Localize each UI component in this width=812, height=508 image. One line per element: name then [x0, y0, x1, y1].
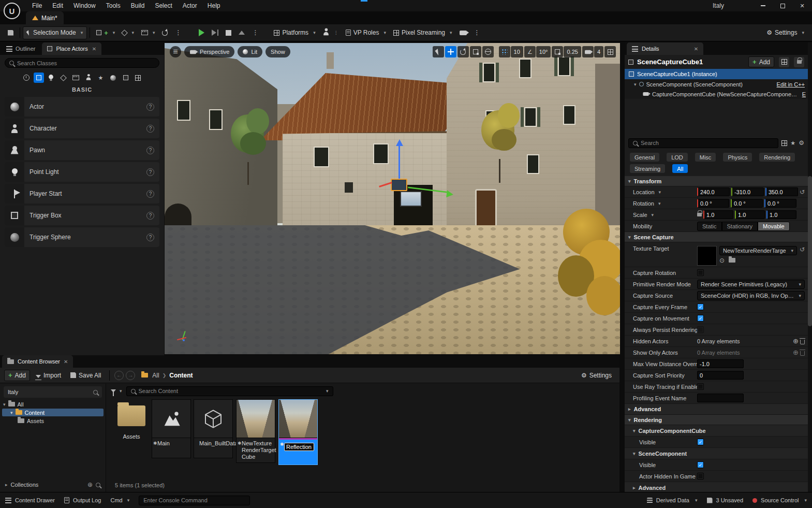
blueprints-button[interactable]: ▾ [119, 26, 138, 39]
filter-chip-physics[interactable]: Physics [723, 153, 752, 162]
scale-snap-toggle[interactable] [552, 46, 563, 57]
rename-asset-field[interactable] [284, 443, 314, 451]
viewport[interactable]: ≡ Perspective Lit Show 10 ∠ 10° 0.25 4 [165, 43, 620, 354]
menu-window[interactable]: Window [68, 0, 101, 11]
forward-button[interactable]: → [126, 371, 135, 380]
rotation-label[interactable]: Rotation▾ [625, 200, 697, 207]
rotation-snap-value[interactable]: 10° [536, 46, 551, 57]
menu-actor[interactable]: Actor [178, 0, 202, 11]
unreal-logo[interactable]: U [4, 3, 20, 19]
texture-target-dropdown[interactable]: NewTextureRenderTarge▾ [719, 246, 797, 255]
place-actor-item-player-start[interactable]: Player Start ? [5, 184, 159, 204]
add-actor-button[interactable]: +▾ [93, 26, 119, 39]
section-transform[interactable]: ▾Transform [625, 176, 808, 186]
move-tool[interactable] [445, 46, 456, 57]
selected-actor[interactable] [391, 179, 407, 191]
place-actor-item-character[interactable]: Character ? [5, 119, 159, 138]
scale-x-field[interactable]: 1.0 [703, 210, 733, 219]
primitive-render-mode-dropdown[interactable]: Render Scene Primitives (Legacy)▾ [697, 280, 805, 289]
place-actor-item-trigger-box[interactable]: Trigger Box ? [5, 206, 159, 225]
asset-tile-main[interactable]: ✱Main [152, 399, 191, 458]
add-component-button[interactable]: +Add [748, 56, 774, 67]
mobility-stationary[interactable]: Stationary [722, 222, 758, 231]
stop-button[interactable] [222, 26, 235, 39]
add-element-icon[interactable]: ⊕ [793, 337, 799, 345]
menu-file[interactable]: File [27, 0, 47, 11]
asset-tile-rendertarget[interactable]: ✱NewTexture RenderTarget Cube [236, 399, 275, 463]
content-drawer-button[interactable]: Content Drawer [5, 497, 55, 503]
platforms-button[interactable]: Platforms▾ [270, 26, 319, 39]
visible-checkbox[interactable]: ✓ [697, 439, 704, 445]
favorites-icon[interactable]: ★ [790, 140, 795, 147]
lit-dropdown[interactable]: Lit [238, 46, 262, 57]
section-rendering[interactable]: ▾Rendering [625, 415, 808, 425]
filter-button[interactable]: ▾ [111, 388, 122, 394]
filter-chip-rendering[interactable]: Rendering [759, 153, 795, 162]
location-z-field[interactable]: 350.0 [765, 187, 798, 196]
back-button[interactable]: ← [114, 371, 124, 380]
chevron-down-icon[interactable]: ▾ [326, 388, 329, 394]
menu-edit[interactable]: Edit [47, 0, 68, 11]
reset-icon[interactable]: ↺ [800, 188, 805, 196]
expander-icon[interactable]: ▾ [10, 410, 13, 415]
expander-icon[interactable]: ▸ [5, 482, 8, 487]
rotation-x-field[interactable]: 0.0 ° [697, 199, 729, 208]
add-element-icon[interactable]: ⊕ [793, 349, 799, 356]
tab-details[interactable]: Details ✕ [627, 42, 703, 55]
gizmo-z-axis[interactable] [398, 146, 400, 179]
breadcrumb-content[interactable]: Content [169, 372, 193, 379]
grid-snap-value[interactable]: 10 [511, 46, 523, 57]
world-local-toggle[interactable] [482, 46, 494, 57]
play-button[interactable] [195, 26, 208, 39]
place-actor-item-actor[interactable]: Actor ? [5, 97, 159, 117]
eject-button[interactable] [235, 26, 248, 39]
minimize-button[interactable] [753, 0, 773, 11]
console-command-field[interactable] [143, 497, 245, 503]
breadcrumb-all[interactable]: All [152, 372, 159, 379]
category-shapes-icon[interactable] [58, 72, 69, 83]
actor-hidden-checkbox[interactable] [697, 473, 704, 480]
reset-icon[interactable]: ↺ [800, 246, 805, 253]
place-actor-item-pawn[interactable]: Pawn ? [5, 140, 159, 160]
menu-tools[interactable]: Tools [101, 0, 126, 11]
cinematics-button[interactable]: ▾ [138, 26, 159, 39]
edit-in-cpp-link[interactable]: Edit in C++ [777, 81, 808, 88]
details-sections-button[interactable] [779, 57, 789, 67]
close-button[interactable]: ✕ [792, 0, 812, 11]
mobility-static[interactable]: Static [697, 222, 722, 231]
use-selected-asset-icon[interactable]: ⊙ [719, 257, 725, 264]
asset-tile-assets-folder[interactable]: Assets [112, 399, 151, 440]
expander-icon[interactable]: ▾ [634, 82, 637, 87]
collections-row[interactable]: ▸ Collections ⊕ [0, 480, 106, 490]
search-content-field[interactable] [139, 388, 321, 394]
capture-on-movement-checkbox[interactable]: ✓ [697, 315, 704, 322]
filter-chip-all[interactable]: All [672, 164, 688, 173]
category-lights-icon[interactable] [46, 72, 56, 83]
category-cinematic-icon[interactable] [71, 72, 81, 83]
tree-row-scenecomponent[interactable]: ▾ SceneComponent (SceneComponent) Edit i… [625, 79, 808, 89]
maximize-button[interactable] [773, 0, 792, 11]
browse-to-asset-icon[interactable] [729, 258, 735, 263]
menu-build[interactable]: Build [126, 0, 150, 11]
category-recently-placed-icon[interactable] [21, 72, 32, 83]
place-actor-item-trigger-sphere[interactable]: Trigger Sphere ? [5, 227, 159, 247]
multiuser-button[interactable]: ⋮ [319, 26, 342, 39]
category-geometry-icon[interactable] [108, 72, 119, 83]
search-icon[interactable] [96, 483, 100, 487]
category-visual-effects-icon[interactable]: ★ [96, 72, 106, 83]
asset-tile-reflection[interactable]: ✱ [278, 399, 318, 465]
editor-mode-select[interactable]: Selection Mode ▾ [23, 26, 87, 39]
rotation-snap-toggle[interactable]: ∠ [524, 46, 536, 57]
filter-chip-misc[interactable]: Misc [695, 153, 716, 162]
location-label[interactable]: Location▾ [625, 189, 697, 195]
category-volumes-icon[interactable] [121, 72, 131, 83]
details-search-input[interactable] [628, 138, 778, 148]
filter-chip-streaming[interactable]: Streaming [630, 164, 665, 173]
add-content-button[interactable]: +Add [4, 370, 30, 381]
import-button[interactable]: Import [32, 370, 65, 381]
search-classes-field[interactable] [17, 60, 155, 66]
rotate-tool[interactable] [457, 46, 469, 57]
perspective-dropdown[interactable]: Perspective [184, 46, 234, 57]
details-settings-icon[interactable]: ⚙ [799, 139, 804, 147]
mobility-movable[interactable]: Movable [758, 222, 790, 231]
